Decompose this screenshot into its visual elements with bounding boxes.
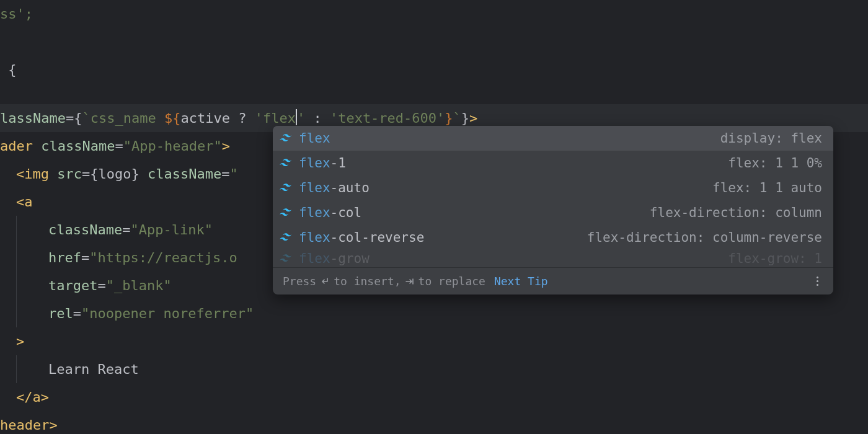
completion-item[interactable]: flex-auto flex: 1 1 auto [273,175,833,200]
completion-item[interactable]: flex display: flex [273,126,833,151]
code-line: > [0,327,868,355]
code-token: App-header [131,140,213,153]
code-token: > [41,391,49,404]
code-token: App-link [139,223,205,237]
code-line: { [0,56,868,84]
code-token: lassName [0,112,66,125]
code-token: ' [297,112,305,125]
completion-item-label: flex-1 [299,157,346,170]
completion-item-hint: flex-grow: 1 [728,252,822,265]
code-token: text-red-600 [338,112,436,125]
code-token: " [205,223,213,237]
code-token: noopener noreferrer [89,307,246,321]
code-token: = [115,140,123,153]
code-token: rel [48,307,73,321]
tailwind-icon [279,131,293,145]
completion-item-label: flex-auto [299,182,370,195]
code-token: } [445,112,453,125]
code-line: ss'; [0,0,868,28]
code-line-blank [0,84,868,104]
code-token: = [97,279,105,293]
code-line: header > [0,411,868,434]
code-token: ss'; [0,7,33,21]
completion-item-label: flex-col [299,206,361,219]
code-token: ' [255,112,263,125]
tailwind-icon [279,181,293,195]
completion-item-hint: flex-direction: column [650,206,822,219]
completion-item-hint: display: flex [720,132,822,145]
tailwind-icon [279,231,293,244]
code-token: _blank [114,279,163,293]
status-text: to replace [418,276,485,287]
completion-item-hint: flex-direction: column-reverse [587,231,822,244]
completion-item[interactable]: flex-grow flex-grow: 1 [273,250,833,267]
code-token: active [180,112,238,125]
code-token: logo [98,167,131,181]
completion-item-label: flex [299,132,330,145]
code-token: { [172,112,180,125]
status-text: Press [283,276,316,287]
code-token: > [222,140,230,153]
indent-guide [16,272,32,299]
code-token: header [0,418,49,432]
code-token: " [130,223,138,237]
code-token: ' [436,112,445,125]
indent-guide [16,216,32,244]
code-token: " [106,279,114,293]
code-token: " [229,167,237,181]
code-token: <a [16,195,33,209]
code-token: css_name [91,112,164,125]
code-token: $ [164,112,172,125]
code-token: Learn React [48,363,139,376]
code-token: = [221,167,229,181]
code-token: </ [16,391,33,404]
code-token: " [81,307,89,321]
code-token: " [123,140,131,153]
code-token: = [81,251,89,265]
completion-item[interactable]: flex-col-reverse flex-direction: column-… [273,225,833,250]
code-token: > [49,418,57,432]
completion-item-hint: flex: 1 1 0% [728,157,822,170]
tailwind-icon [279,206,293,219]
code-token: ? [238,112,255,125]
code-token: > [469,112,477,125]
code-token: src [57,167,82,181]
more-options-button[interactable] [811,275,823,288]
completion-item[interactable]: flex-col flex-direction: column [273,200,833,225]
tailwind-icon [279,156,293,170]
indent-guide [16,244,32,272]
code-token: ` [453,112,461,125]
code-token: { [90,167,98,181]
code-token: } [461,112,469,125]
code-token: : [305,112,330,125]
code-token: flex [263,112,296,125]
code-token: " [89,251,97,265]
completion-item-hint: flex: 1 1 auto [712,182,822,195]
code-token: } [131,167,148,181]
code-token: = [82,167,90,181]
completion-popup[interactable]: flex display: flex flex-1 flex: 1 1 0% f… [273,126,833,294]
code-token: <img [16,167,57,181]
enter-key-icon [320,277,330,286]
code-token: { [74,112,82,125]
code-token: ader [0,140,41,153]
completion-item-label: flex-col-reverse [299,231,424,244]
completion-item-label: flex-grow [299,252,370,265]
code-token: " [246,307,254,321]
code-token: className [148,167,221,181]
completion-status-bar: Press to insert, to replace Next Tip [273,267,833,294]
code-token: = [66,112,74,125]
code-token: className [41,140,115,153]
code-token: > [16,335,24,348]
next-tip-link[interactable]: Next Tip [494,276,548,287]
code-token: a [33,391,41,404]
code-token: = [73,307,81,321]
completion-item[interactable]: flex-1 flex: 1 1 0% [273,151,833,175]
tab-key-icon [405,277,415,286]
code-token: ' [330,112,338,125]
code-line-blank [0,28,868,56]
tailwind-icon [279,252,293,265]
indent-guide [16,299,32,327]
code-token: https://reactjs.o [97,251,237,265]
code-token: className [48,223,122,237]
